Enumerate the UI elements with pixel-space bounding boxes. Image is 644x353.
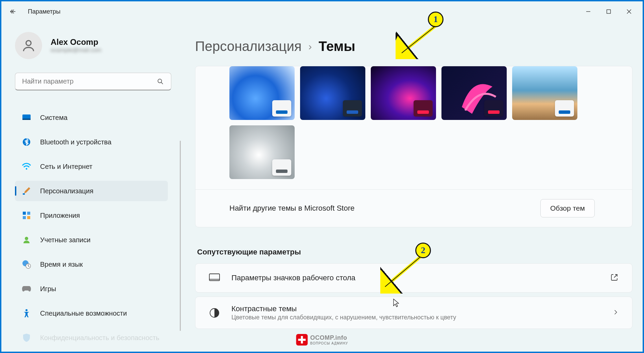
maximize-button[interactable] bbox=[598, 3, 619, 20]
store-label: Найти другие темы в Microsoft Store bbox=[229, 204, 354, 213]
svg-point-6 bbox=[158, 79, 162, 83]
user-email: example@mail.com bbox=[51, 47, 102, 54]
svg-line-7 bbox=[161, 82, 163, 84]
theme-swatch bbox=[484, 100, 503, 117]
sidebar-item-system[interactable]: Система bbox=[15, 107, 168, 128]
app-title: Параметры bbox=[28, 8, 60, 15]
sidebar-item-network[interactable]: Сеть и Интернет bbox=[15, 156, 168, 177]
brush-icon bbox=[22, 186, 31, 196]
setting-desc: Цветовые темы для слабовидящих, с наруше… bbox=[231, 314, 602, 321]
person-filled-icon bbox=[22, 235, 31, 245]
desktop-icon bbox=[208, 271, 221, 285]
nav-label: Приложения bbox=[40, 212, 80, 219]
search-icon bbox=[157, 78, 164, 85]
nav-label: Bluetooth и устройства bbox=[40, 138, 111, 146]
nav-label: Сеть и Интернет bbox=[40, 163, 92, 171]
svg-point-22 bbox=[25, 309, 28, 311]
apps-icon bbox=[22, 211, 31, 220]
nav-label: Специальные возможности bbox=[40, 310, 127, 317]
svg-point-11 bbox=[26, 168, 28, 170]
sidebar-item-accounts[interactable]: Учетные записи bbox=[15, 230, 168, 250]
sidebar-item-gaming[interactable]: Игры bbox=[15, 279, 168, 299]
theme-tile[interactable] bbox=[229, 66, 295, 120]
user-block[interactable]: Alex Ocomp example@mail.com bbox=[15, 32, 171, 59]
svg-rect-13 bbox=[23, 212, 26, 215]
person-icon bbox=[21, 38, 36, 53]
chevron-right-icon bbox=[612, 309, 619, 317]
shield-icon bbox=[22, 333, 31, 342]
theme-tile[interactable] bbox=[441, 66, 507, 120]
chevron-right-icon: › bbox=[308, 41, 312, 52]
theme-tile[interactable] bbox=[229, 125, 295, 179]
sidebar-item-personalization[interactable]: Персонализация bbox=[15, 181, 168, 201]
nav-label: Система bbox=[40, 114, 68, 122]
theme-tile[interactable] bbox=[371, 66, 436, 120]
setting-title: Параметры значков рабочего стола bbox=[231, 273, 600, 282]
related-heading: Сопутствующие параметры bbox=[197, 248, 632, 257]
accessibility-icon bbox=[22, 308, 31, 318]
window-controls bbox=[578, 3, 639, 20]
watermark-brand: OCOMP bbox=[310, 334, 333, 341]
setting-desktop-icons[interactable]: Параметры значков рабочего стола bbox=[195, 263, 632, 293]
search-box[interactable] bbox=[15, 73, 171, 90]
sidebar-item-apps[interactable]: Приложения bbox=[15, 205, 168, 226]
gamepad-icon bbox=[22, 284, 31, 294]
minimize-icon bbox=[586, 9, 591, 14]
store-row: Найти другие темы в Microsoft Store Обзо… bbox=[195, 189, 632, 227]
settings-window: Параметры Alex Ocomp example@mail.com bbox=[0, 0, 644, 353]
svg-rect-12 bbox=[23, 193, 25, 195]
maximize-icon bbox=[606, 9, 611, 14]
browse-themes-button[interactable]: Обзор тем bbox=[540, 199, 595, 217]
svg-rect-16 bbox=[27, 216, 30, 219]
sidebar-item-time[interactable]: Время и язык bbox=[15, 254, 168, 275]
svg-rect-15 bbox=[23, 216, 26, 219]
watermark-suffix: .info bbox=[333, 334, 347, 341]
svg-line-25 bbox=[614, 275, 617, 278]
titlebar: Параметры bbox=[1, 1, 643, 22]
sidebar: Alex Ocomp example@mail.com Система Blue… bbox=[1, 22, 185, 352]
watermark-tagline: ВОПРОСЫ АДМИНУ bbox=[310, 341, 348, 345]
contrast-icon bbox=[208, 306, 221, 320]
avatar bbox=[15, 32, 42, 59]
svg-point-5 bbox=[26, 40, 31, 46]
sidebar-item-privacy[interactable]: Конфиденциальность и безопасность bbox=[15, 328, 168, 348]
breadcrumb-current: Темы bbox=[318, 39, 355, 54]
nav: Система Bluetooth и устройства Сеть и Ин… bbox=[15, 104, 171, 348]
clock-globe-icon bbox=[22, 260, 31, 269]
nav-label: Конфиденциальность и безопасность bbox=[40, 334, 159, 342]
theme-tile[interactable] bbox=[300, 66, 365, 120]
sidebar-item-accessibility[interactable]: Специальные возможности bbox=[15, 303, 168, 323]
main-panel: Персонализация › Темы Найти д bbox=[185, 22, 643, 352]
setting-title: Контрастные темы bbox=[231, 304, 602, 313]
nav-label: Учетные записи bbox=[40, 236, 90, 244]
theme-swatch bbox=[272, 159, 291, 176]
watermark: OCOMP.info ВОПРОСЫ АДМИНУ bbox=[296, 334, 348, 346]
search-input[interactable] bbox=[22, 77, 157, 85]
close-button[interactable] bbox=[619, 3, 639, 20]
setting-contrast-themes[interactable]: Контрастные темы Цветовые темы для слабо… bbox=[195, 297, 632, 329]
breadcrumb: Персонализация › Темы bbox=[195, 39, 632, 54]
theme-swatch bbox=[272, 100, 291, 117]
theme-tile[interactable] bbox=[512, 66, 577, 120]
nav-label: Время и язык bbox=[40, 261, 83, 268]
minimize-button[interactable] bbox=[578, 3, 598, 20]
theme-grid bbox=[195, 66, 632, 189]
user-name: Alex Ocomp bbox=[51, 37, 102, 47]
system-icon bbox=[22, 113, 31, 122]
sidebar-item-bluetooth[interactable]: Bluetooth и устройства bbox=[15, 132, 168, 152]
svg-rect-14 bbox=[27, 212, 30, 215]
nav-label: Персонализация bbox=[40, 187, 93, 195]
wifi-icon bbox=[22, 162, 31, 171]
theme-swatch bbox=[414, 100, 433, 117]
svg-point-17 bbox=[25, 237, 28, 240]
svg-rect-2 bbox=[607, 10, 611, 14]
content-area: Alex Ocomp example@mail.com Система Blue… bbox=[1, 22, 643, 352]
back-button[interactable] bbox=[5, 3, 21, 20]
external-link-icon bbox=[610, 273, 619, 283]
svg-rect-9 bbox=[22, 119, 31, 120]
close-icon bbox=[627, 9, 631, 14]
scrollbar[interactable] bbox=[180, 141, 181, 331]
breadcrumb-parent[interactable]: Персонализация bbox=[195, 39, 301, 54]
cross-icon bbox=[296, 334, 308, 346]
svg-rect-23 bbox=[209, 274, 220, 281]
